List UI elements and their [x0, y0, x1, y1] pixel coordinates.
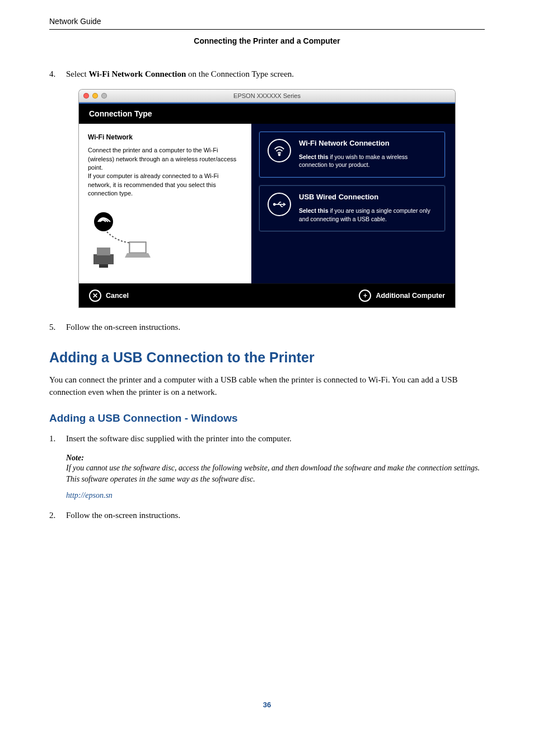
usb-intro-paragraph: You can connect the printer and a comput…: [49, 374, 485, 399]
heading-adding-usb: Adding a USB Connection to the Printer: [49, 349, 485, 366]
option-wifi[interactable]: Wi-Fi Network Connection Select this if …: [259, 132, 445, 178]
installer-screenshot: EPSON XXXXXX Series Connection Type Wi-F…: [79, 90, 455, 308]
info-panel: Wi-Fi Network Connect the printer and a …: [79, 124, 251, 284]
svg-point-6: [279, 153, 280, 155]
window-title: EPSON XXXXXX Series: [79, 92, 455, 99]
heading-adding-usb-windows: Adding a USB Connection - Windows: [49, 412, 485, 424]
usb-step-1: 1. Insert the software disc supplied wit…: [49, 432, 485, 445]
cancel-button[interactable]: ✕ Cancel: [89, 290, 129, 302]
note-body: If you cannot use the software disc, acc…: [66, 463, 485, 486]
step-number: 4.: [49, 68, 66, 81]
cancel-label: Cancel: [106, 292, 129, 300]
svg-point-7: [274, 203, 275, 205]
info-panel-illustration: [88, 211, 242, 274]
step-text: Follow the on-screen instructions.: [66, 509, 180, 522]
section-heading: Connecting the Printer and a Computer: [49, 36, 485, 45]
page-number: 36: [49, 701, 485, 709]
option-wifi-subtitle: Select this if you wish to make a wirele…: [299, 153, 437, 169]
step-text: Insert the software disc supplied with t…: [66, 432, 292, 445]
options-panel: Wi-Fi Network Connection Select this if …: [251, 124, 455, 284]
svg-rect-5: [130, 243, 145, 252]
usb-step-2: 2. Follow the on-screen instructions.: [49, 509, 485, 522]
info-panel-body: Connect the printer and a computer to th…: [88, 146, 242, 198]
svg-rect-1: [93, 254, 114, 264]
option-usb-title: USB Wired Connection: [299, 193, 437, 201]
step-4: 4. Select Wi-Fi Network Connection on th…: [49, 68, 485, 81]
dialog-footer: ✕ Cancel + Additional Computer: [79, 283, 455, 307]
usb-icon: [268, 193, 291, 216]
divider: [49, 29, 485, 30]
step-text-suffix: on the Connection Type screen.: [186, 69, 294, 78]
note-label: Note:: [66, 454, 485, 463]
close-x-icon: ✕: [89, 290, 101, 302]
additional-computer-label: Additional Computer: [376, 292, 445, 300]
svg-rect-3: [99, 264, 108, 268]
wifi-icon: [268, 139, 291, 162]
svg-rect-2: [97, 248, 110, 255]
step-text-bold: Wi-Fi Network Connection: [88, 69, 186, 78]
dialog-body: Wi-Fi Network Connect the printer and a …: [79, 124, 455, 284]
info-panel-title: Wi-Fi Network: [88, 133, 242, 142]
option-usb[interactable]: USB Wired Connection Select this if you …: [259, 185, 445, 231]
step-text: Select Wi-Fi Network Connection on the C…: [66, 68, 294, 81]
additional-computer-button[interactable]: + Additional Computer: [359, 290, 445, 302]
step-text: Follow the on-screen instructions.: [66, 321, 180, 334]
option-usb-sub-lead: Select this: [299, 207, 329, 214]
epson-link[interactable]: http://epson.sn: [66, 491, 113, 500]
step-number: 1.: [49, 432, 66, 445]
option-usb-subtitle: Select this if you are using a single co…: [299, 207, 437, 223]
guide-title: Network Guide: [49, 17, 485, 26]
option-wifi-sub-lead: Select this: [299, 153, 329, 160]
step-5: 5. Follow the on-screen instructions.: [49, 321, 485, 334]
option-wifi-title: Wi-Fi Network Connection: [299, 139, 437, 147]
mac-titlebar: EPSON XXXXXX Series: [79, 90, 455, 102]
dialog-header: Connection Type: [79, 102, 455, 124]
step-number: 2.: [49, 509, 66, 522]
plus-icon: +: [359, 290, 371, 302]
step-text-prefix: Select: [66, 69, 88, 78]
step-number: 5.: [49, 321, 66, 334]
